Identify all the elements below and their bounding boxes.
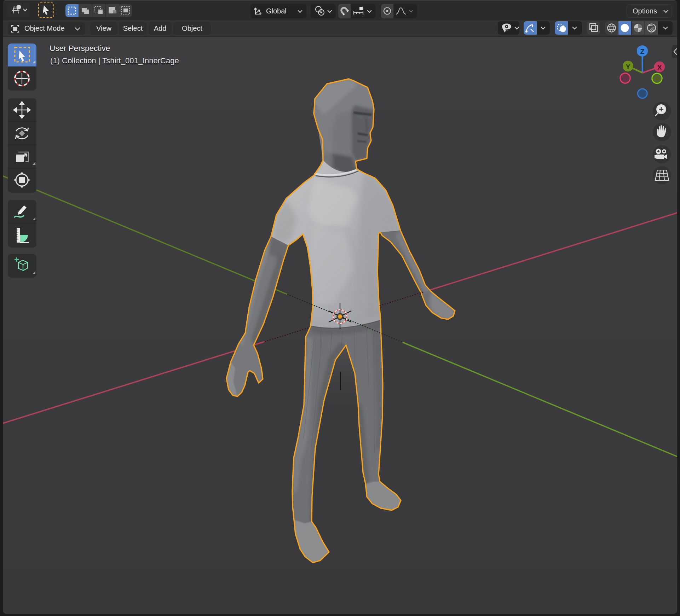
svg-text:Y: Y	[626, 63, 630, 70]
svg-text:Z: Z	[640, 48, 645, 55]
svg-text:X: X	[657, 64, 662, 71]
